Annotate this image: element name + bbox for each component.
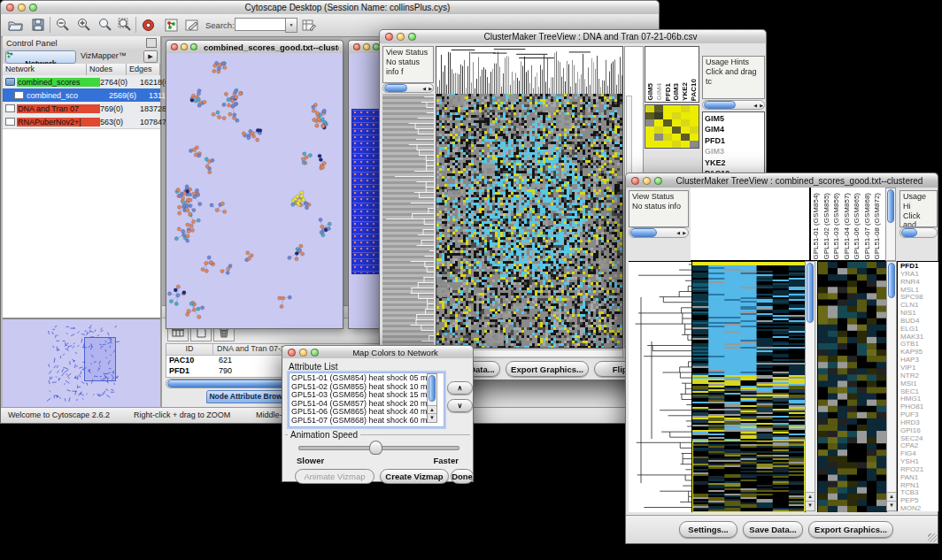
attribute-list[interactable]: GPL51-01 (GSM854) heat shock 05 minGPL51… xyxy=(289,372,444,427)
tv1-column-label[interactable]: GIM5 xyxy=(647,83,655,101)
matrix-cell[interactable] xyxy=(645,141,654,148)
zoom-window-icon[interactable] xyxy=(654,177,662,185)
matrix-cell[interactable] xyxy=(654,141,663,148)
id-column-header[interactable]: ID xyxy=(166,344,213,355)
tv2-column-dendrogram[interactable] xyxy=(691,188,810,261)
zoom-window-icon[interactable] xyxy=(29,4,37,12)
network-overview-canvas[interactable] xyxy=(3,319,158,406)
minimize-icon[interactable] xyxy=(643,177,651,185)
move-attribute-down-button[interactable]: ∨ xyxy=(447,399,473,412)
animate-vizmap-button[interactable]: Animate Vizmap xyxy=(295,469,374,484)
network-row[interactable]: combined_sco2569(6)13112(15) xyxy=(3,88,160,102)
tab-vizmapper[interactable]: VizMapper™ xyxy=(81,51,127,60)
tv2-row-dendrogram[interactable] xyxy=(629,261,691,512)
matrix-cell[interactable] xyxy=(654,105,663,112)
search-input[interactable] xyxy=(235,18,289,31)
minimize-icon[interactable] xyxy=(363,43,370,50)
tv2-status-hscrollbar[interactable]: ◀ ▶ xyxy=(629,227,689,238)
column-header-edges[interactable]: Edges xyxy=(127,64,160,75)
tv1-gene-label[interactable]: YKE2 xyxy=(705,157,764,168)
zoom-window-icon[interactable] xyxy=(408,33,416,41)
minimize-icon[interactable] xyxy=(18,4,26,12)
tv1-usage-hscrollbar[interactable]: ◀ ▶ xyxy=(702,100,765,110)
matrix-cell[interactable] xyxy=(654,134,663,141)
matrix-cell[interactable] xyxy=(672,119,681,127)
help-icon[interactable] xyxy=(139,16,157,34)
zoom-window-icon[interactable] xyxy=(311,349,319,357)
matrix-cell[interactable] xyxy=(645,127,654,134)
zoom-selected-icon[interactable] xyxy=(116,16,134,34)
matrix-cell[interactable] xyxy=(645,105,654,112)
tab-network[interactable]: Network xyxy=(5,50,76,64)
tv1-column-label[interactable]: YKE2 xyxy=(682,82,690,101)
close-icon[interactable] xyxy=(631,177,639,185)
matrix-cell[interactable] xyxy=(690,119,699,127)
tv1-gene-label[interactable]: GIM3 xyxy=(705,146,764,157)
matrix-cell[interactable] xyxy=(672,134,681,141)
export-graphics-button[interactable]: Export Graphics... xyxy=(506,361,589,377)
tv1-column-dendrogram[interactable] xyxy=(436,46,623,95)
matrix-cell[interactable] xyxy=(663,134,672,141)
save-data-button[interactable]: Save Data... xyxy=(743,521,803,538)
matrix-cell[interactable] xyxy=(663,105,672,112)
tv2-gene-label[interactable]: MON2 xyxy=(900,505,938,511)
matrix-cell[interactable] xyxy=(681,105,690,112)
matrix-cell[interactable] xyxy=(681,141,690,148)
attribute-list-vscrollbar[interactable]: ▲ ▼ xyxy=(427,373,437,423)
tab-overflow-icon[interactable]: ▶ xyxy=(143,50,158,63)
minimize-icon[interactable] xyxy=(181,43,188,50)
matrix-cell[interactable] xyxy=(654,119,663,127)
tv2-global-heatmap[interactable] xyxy=(691,261,806,512)
matrix-cell[interactable] xyxy=(645,134,654,141)
overview-viewport[interactable] xyxy=(84,337,116,381)
minimize-icon[interactable] xyxy=(299,349,307,357)
matrix-cell[interactable] xyxy=(681,127,690,134)
network-row[interactable]: combined_scores2764(0)16218(0) xyxy=(3,75,160,88)
settings-button[interactable]: Settings... xyxy=(679,521,737,538)
tv2-gene-vscrollbar[interactable]: ▲ ▼ xyxy=(886,261,897,511)
column-header-nodes[interactable]: Nodes xyxy=(87,64,127,75)
float-panel-icon[interactable] xyxy=(146,38,157,48)
tv1-gene-label[interactable]: PFD1 xyxy=(705,135,764,146)
matrix-cell[interactable] xyxy=(654,127,663,134)
minimize-icon[interactable] xyxy=(397,33,405,41)
zoom-out-icon[interactable] xyxy=(54,16,72,34)
tv2-zoom-heatmap[interactable] xyxy=(817,261,887,512)
matrix-cell[interactable] xyxy=(672,105,681,112)
animation-speed-slider-thumb[interactable] xyxy=(369,441,382,455)
network-canvas[interactable] xyxy=(166,53,343,327)
annotation-icon[interactable] xyxy=(183,16,201,34)
tv2-column-label[interactable]: GPL51-06 (GSM865) xyxy=(853,193,864,260)
matrix-cell[interactable] xyxy=(681,112,690,119)
close-icon[interactable] xyxy=(171,43,178,50)
search-dropdown-icon[interactable]: ▼ xyxy=(285,18,297,33)
matrix-cell[interactable] xyxy=(690,112,699,119)
export-graphics-button[interactable]: Export Graphics... xyxy=(808,521,893,538)
matrix-cell[interactable] xyxy=(690,105,699,112)
close-icon[interactable] xyxy=(353,43,360,50)
matrix-cell[interactable] xyxy=(654,112,663,119)
matrix-cell[interactable] xyxy=(672,141,681,148)
tv2-column-label[interactable]: GPL51-03 (GSM856) xyxy=(833,193,844,260)
tv1-column-label[interactable]: PAC10 xyxy=(691,79,699,101)
tv2-main-vscrollbar[interactable]: ▲ ▼ xyxy=(805,261,815,511)
matrix-cell[interactable] xyxy=(672,112,681,119)
tv2-column-label[interactable]: GPL51-01 (GSM854) xyxy=(813,193,823,260)
matrix-cell[interactable] xyxy=(663,112,672,119)
tv2-collabel-vscrollbar[interactable] xyxy=(885,188,896,261)
column-header-network[interactable]: Network xyxy=(3,64,87,75)
tv1-gene-label[interactable]: GIM4 xyxy=(705,124,764,134)
tv1-global-heatmap[interactable] xyxy=(436,94,623,349)
close-icon[interactable] xyxy=(385,33,393,41)
network-row[interactable]: DNA and Tran 07769(0)183728(0) xyxy=(3,102,160,115)
tv2-column-label[interactable]: GPL51-08 (GSM872) xyxy=(874,193,884,260)
close-icon[interactable] xyxy=(288,349,296,357)
zoom-in-icon[interactable] xyxy=(75,16,93,34)
matrix-cell[interactable] xyxy=(672,127,681,134)
tv1-zoom-matrix[interactable] xyxy=(645,104,699,149)
done-button[interactable]: Done xyxy=(451,469,474,484)
tv1-column-label[interactable]: GIM4 xyxy=(656,83,664,101)
tv1-row-dendrogram[interactable] xyxy=(382,94,434,348)
matrix-cell[interactable] xyxy=(645,119,654,127)
matrix-cell[interactable] xyxy=(690,127,699,134)
